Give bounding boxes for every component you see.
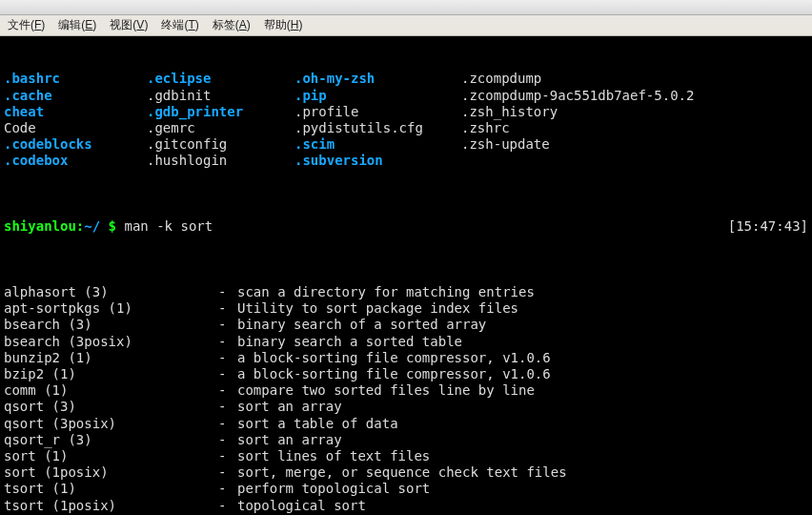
man-dash: - — [218, 382, 237, 399]
man-desc: sort an array — [237, 399, 342, 415]
ls-row: .bashrc.eclipse.oh-my-zsh.zcompdump — [4, 71, 808, 87]
man-name: sort (1) — [4, 448, 218, 464]
ls-entry: .zshrc — [461, 120, 808, 136]
ls-entry: .gemrc — [147, 120, 294, 136]
man-dash: - — [218, 300, 237, 317]
timestamp: [15:47:43] — [728, 218, 808, 235]
ls-entry: .zsh_history — [461, 104, 808, 120]
man-desc: Utility to sort package index files — [237, 300, 518, 317]
man-row: alphasort (3)- scan a directory for matc… — [4, 284, 808, 300]
man-dash: - — [218, 481, 237, 497]
ls-row: cheat.gdb_printer.profile.zsh_history — [4, 104, 808, 120]
ls-entry — [461, 153, 808, 169]
man-desc: binary search a sorted table — [237, 334, 462, 350]
man-row: qsort (3)- sort an array — [4, 399, 808, 415]
man-desc: a block-sorting file compressor, v1.0.6 — [237, 366, 551, 382]
man-name: apt-sortpkgs (1) — [4, 300, 218, 317]
man-row: comm (1)- compare two sorted files line … — [4, 382, 808, 399]
man-desc: sort lines of text files — [237, 448, 430, 464]
man-dash: - — [218, 498, 237, 514]
man-name: qsort (3posix) — [4, 416, 218, 432]
ls-entry: .zcompdump — [461, 71, 808, 87]
man-name: tsort (1) — [4, 481, 218, 497]
man-row: qsort_r (3)- sort an array — [4, 432, 808, 448]
ls-entry: .bashrc — [4, 71, 147, 87]
ls-entry: .zcompdump-9ac551db7aef-5.0.2 — [461, 88, 808, 104]
man-row: bzip2 (1)- a block-sorting file compress… — [4, 366, 808, 382]
ls-output: .bashrc.eclipse.oh-my-zsh.zcompdump.cach… — [4, 71, 808, 169]
man-row: bsearch (3)- binary search of a sorted a… — [4, 317, 808, 333]
menu-edit[interactable]: 编辑(E) — [58, 17, 96, 33]
ls-entry: .gitconfig — [147, 136, 294, 153]
man-dash: - — [218, 350, 237, 366]
man-row: bunzip2 (1)- a block-sorting file compre… — [4, 350, 808, 366]
menubar: 文件(F) 编辑(E) 视图(V) 终端(T) 标签(A) 帮助(H) — [0, 15, 812, 36]
man-desc: compare two sorted files line by line — [237, 382, 535, 399]
menu-view[interactable]: 视图(V) — [110, 17, 148, 33]
window-titlebar — [0, 0, 812, 15]
man-row: tsort (1)- perform topological sort — [4, 481, 808, 497]
man-dash: - — [218, 317, 237, 333]
man-desc: a block-sorting file compressor, v1.0.6 — [237, 350, 551, 366]
ls-entry: .gdbinit — [147, 88, 294, 104]
ls-entry: Code — [4, 120, 147, 136]
prompt-line-1: shiyanlou:~/ $ man -k sort [15:47:43] — [4, 218, 808, 235]
man-name: sort (1posix) — [4, 464, 218, 481]
man-dash: - — [218, 464, 237, 481]
man-desc: scan a directory for matching entries — [237, 284, 535, 300]
ls-entry: .zsh-update — [461, 136, 808, 153]
man-row: bsearch (3posix)- binary search a sorted… — [4, 334, 808, 350]
man-dash: - — [218, 399, 237, 415]
man-output: alphasort (3)- scan a directory for matc… — [4, 284, 808, 515]
man-dash: - — [218, 448, 237, 464]
ls-entry: cheat — [4, 104, 147, 120]
prompt-user: shiyanlou — [4, 218, 76, 234]
man-name: bsearch (3posix) — [4, 334, 218, 350]
man-row: tsort (1posix)- topological sort — [4, 498, 808, 514]
command-text: man -k sort — [124, 218, 213, 234]
menu-file[interactable]: 文件(F) — [8, 17, 45, 33]
terminal-viewport[interactable]: .bashrc.eclipse.oh-my-zsh.zcompdump.cach… — [0, 36, 812, 515]
ls-entry: .gdb_printer — [147, 104, 294, 120]
menu-terminal[interactable]: 终端(T) — [161, 17, 198, 33]
man-dash: - — [218, 366, 237, 382]
man-name: bsearch (3) — [4, 317, 218, 333]
man-row: qsort (3posix)- sort a table of data — [4, 416, 808, 432]
ls-entry: .subversion — [294, 153, 461, 169]
man-name: comm (1) — [4, 382, 218, 399]
menu-tabs[interactable]: 标签(A) — [213, 17, 251, 33]
menu-help[interactable]: 帮助(H) — [264, 17, 303, 33]
man-name: alphasort (3) — [4, 284, 218, 300]
prompt-path: ~/ — [84, 218, 100, 234]
man-dash: - — [218, 284, 237, 300]
ls-entry: .pydistutils.cfg — [294, 120, 461, 136]
ls-entry: .cache — [4, 88, 147, 104]
man-name: qsort_r (3) — [4, 432, 218, 448]
ls-entry: .hushlogin — [147, 153, 294, 169]
man-desc: sort, merge, or sequence check text file… — [237, 464, 567, 481]
man-desc: sort a table of data — [237, 416, 398, 432]
ls-row: Code.gemrc.pydistutils.cfg.zshrc — [4, 120, 808, 136]
ls-row: .cache.gdbinit.pip.zcompdump-9ac551db7ae… — [4, 88, 808, 104]
man-row: apt-sortpkgs (1)- Utility to sort packag… — [4, 300, 808, 317]
man-name: qsort (3) — [4, 399, 218, 415]
man-desc: perform topological sort — [237, 481, 430, 497]
man-dash: - — [218, 334, 237, 350]
ls-entry: .profile — [294, 104, 461, 120]
man-name: bunzip2 (1) — [4, 350, 218, 366]
man-desc: topological sort — [237, 498, 366, 514]
man-desc: sort an array — [237, 432, 342, 448]
ls-row: .codeblocks.gitconfig.scim.zsh-update — [4, 136, 808, 153]
ls-entry: .codebox — [4, 153, 147, 169]
ls-entry: .oh-my-zsh — [294, 71, 461, 87]
ls-entry: .eclipse — [147, 71, 294, 87]
man-dash: - — [218, 432, 237, 448]
man-row: sort (1posix)- sort, merge, or sequence … — [4, 464, 808, 481]
ls-entry: .codeblocks — [4, 136, 147, 153]
man-name: tsort (1posix) — [4, 498, 218, 514]
man-desc: binary search of a sorted array — [237, 317, 486, 333]
man-name: bzip2 (1) — [4, 366, 218, 382]
man-dash: - — [218, 416, 237, 432]
ls-entry: .pip — [294, 88, 461, 104]
ls-row: .codebox.hushlogin.subversion — [4, 153, 808, 169]
